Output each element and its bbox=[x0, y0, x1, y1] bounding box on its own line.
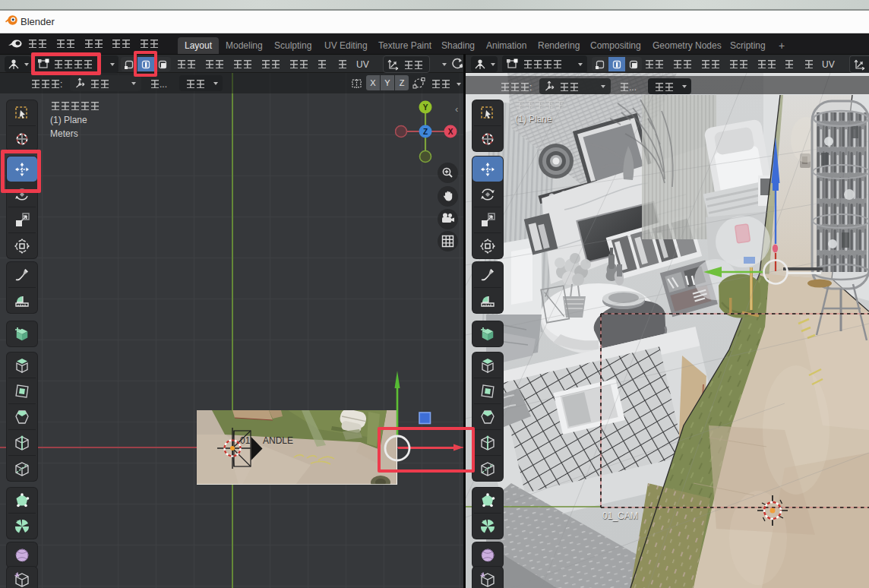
svg-text:Y: Y bbox=[423, 103, 428, 112]
svg-text:Z: Z bbox=[423, 128, 428, 136]
svg-text:X: X bbox=[448, 128, 453, 136]
